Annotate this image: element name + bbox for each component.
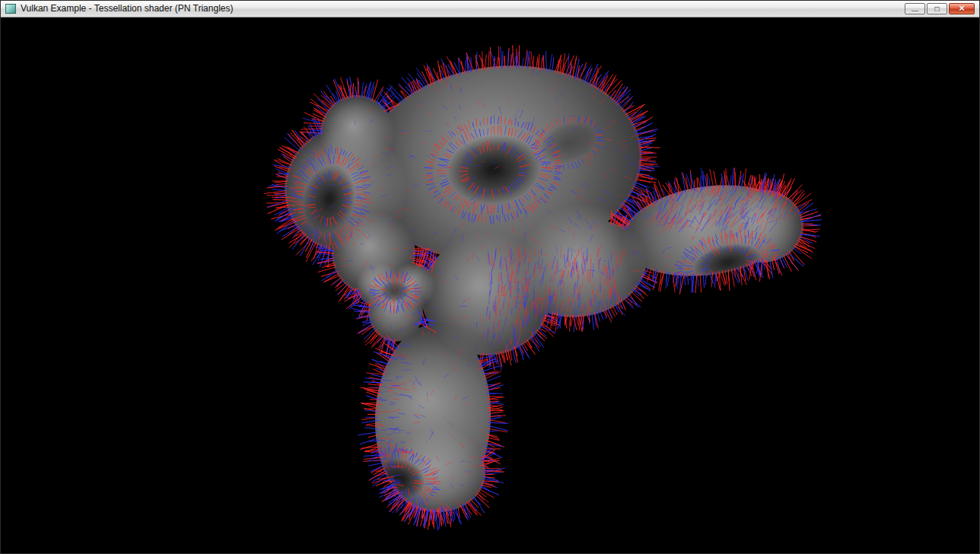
app-icon bbox=[5, 4, 16, 14]
titlebar[interactable]: Vulkan Example - Tessellation shader (PN… bbox=[1, 1, 979, 18]
minimize-button[interactable]: — bbox=[905, 3, 925, 14]
maximize-icon: □ bbox=[934, 5, 939, 13]
close-button[interactable]: × bbox=[949, 3, 975, 14]
viewport-canvas[interactable] bbox=[1, 18, 979, 552]
minimize-icon: — bbox=[912, 7, 918, 14]
window-title: Vulkan Example - Tessellation shader (PN… bbox=[21, 1, 233, 17]
close-icon: × bbox=[959, 2, 965, 14]
app-window: Vulkan Example - Tessellation shader (PN… bbox=[0, 0, 980, 554]
maximize-button[interactable]: □ bbox=[927, 3, 947, 14]
viewport bbox=[1, 18, 979, 553]
window-controls: — □ × bbox=[905, 3, 975, 14]
